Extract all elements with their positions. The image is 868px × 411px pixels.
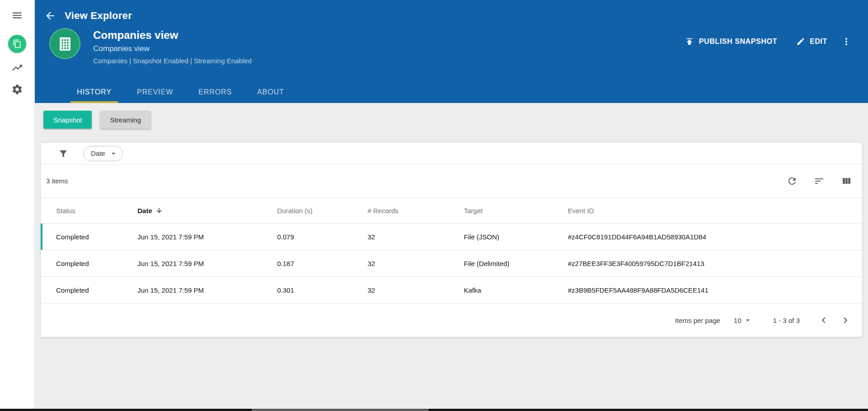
column-header-date-label: Date (137, 207, 152, 215)
cell-status: Completed (56, 260, 137, 267)
header-actions: PUBLISH SNAPSHOT EDIT (684, 36, 852, 47)
filter-funnel-icon[interactable] (58, 149, 68, 159)
cell-event-id: #z3B9B5FDEF5AA488F9A88FDA5D6CEE141 (568, 286, 862, 294)
chevron-right-icon (840, 314, 851, 326)
cell-target: Kafka (464, 286, 568, 294)
columns-button[interactable] (841, 176, 852, 187)
page-header: View Explorer Companies vie (35, 0, 868, 103)
table-header-row: Status Date Duration (s) # Records Targe… (41, 197, 862, 224)
table-row-3[interactable]: Completed Jun 15, 2021 7:59 PM 0.301 32 … (41, 277, 862, 304)
cell-duration: 0.301 (277, 286, 368, 294)
publish-snapshot-label: PUBLISH SNAPSHOT (699, 37, 777, 46)
settings-button[interactable] (11, 84, 23, 95)
sort-button[interactable] (814, 176, 825, 187)
edit-label: EDIT (810, 37, 827, 46)
horizontal-scrollbar-thumb[interactable] (252, 409, 429, 411)
table-row-1[interactable]: Completed Jun 15, 2021 7:59 PM 0.079 32 … (41, 224, 862, 250)
cell-date: Jun 15, 2021 7:59 PM (137, 233, 277, 241)
chevron-left-icon (818, 314, 830, 326)
column-header-date[interactable]: Date (137, 207, 277, 215)
pencil-icon (796, 37, 805, 46)
streaming-toggle-button[interactable]: Streaming (100, 111, 151, 129)
back-arrow-icon (44, 10, 56, 22)
cell-event-id: #z4CF0C8191DD44F6A94B1AD58930A1D84 (568, 233, 862, 241)
chevron-down-icon (109, 149, 118, 158)
column-header-duration[interactable]: Duration (s) (277, 207, 368, 215)
header-top-bar: View Explorer (35, 0, 868, 22)
back-button[interactable] (44, 10, 56, 22)
trending-icon (11, 62, 23, 74)
tab-about[interactable]: ABOUT (256, 88, 285, 103)
avatar (49, 28, 80, 59)
next-page-button[interactable] (840, 314, 851, 326)
publish-snapshot-button[interactable]: PUBLISH SNAPSHOT (684, 37, 777, 47)
table-row-2[interactable]: Completed Jun 15, 2021 7:59 PM 0.187 32 … (41, 250, 862, 277)
tab-history[interactable]: HISTORY (76, 88, 113, 103)
view-meta: Companies | Snapshot Enabled | Streaming… (93, 57, 252, 65)
column-header-status[interactable]: Status (56, 207, 137, 215)
left-sidebar (0, 0, 35, 411)
view-title: Companies view (93, 29, 252, 42)
page-size-select[interactable]: 10 (734, 316, 752, 325)
table-toolbar: 3 items (41, 164, 862, 197)
previous-page-button[interactable] (818, 314, 830, 326)
tab-errors[interactable]: ERRORS (198, 88, 233, 103)
refresh-icon (787, 176, 797, 187)
upload-icon (684, 37, 694, 47)
cell-duration: 0.187 (277, 260, 368, 267)
table-toolbar-icons (787, 176, 852, 187)
date-filter-chip-label: Date (91, 149, 105, 157)
cell-target: File (Delimited) (464, 260, 568, 267)
edit-button[interactable]: EDIT (796, 37, 827, 46)
more-options-button[interactable] (841, 36, 852, 47)
column-header-target[interactable]: Target (464, 207, 568, 215)
content-area: Snapshot Streaming Date 3 items (35, 103, 868, 411)
horizontal-scrollbar-track (0, 409, 868, 411)
date-filter-chip[interactable]: Date (83, 146, 123, 161)
cell-target: File (JSON) (464, 233, 568, 241)
cell-status: Completed (56, 286, 137, 294)
snapshot-toggle-button[interactable]: Snapshot (43, 111, 92, 129)
main-area: View Explorer Companies vie (35, 0, 868, 411)
mode-toggle-row: Snapshot Streaming (43, 111, 868, 129)
header-tabs: HISTORY PREVIEW ERRORS ABOUT (76, 88, 285, 103)
items-count: 3 items (46, 177, 68, 185)
cell-event-id: #z27BEE3FF3E3F40059795DC7D1BF21413 (568, 260, 862, 267)
menu-button[interactable] (11, 9, 23, 21)
cell-records: 32 (368, 233, 464, 241)
tab-preview[interactable]: PREVIEW (136, 88, 174, 103)
collections-button[interactable] (8, 35, 26, 53)
cell-records: 32 (368, 260, 464, 267)
history-card: Date 3 items (41, 143, 862, 337)
filter-bar: Date (41, 143, 862, 164)
items-per-page-label: Items per page (675, 317, 720, 324)
chevron-down-icon (743, 316, 752, 325)
cell-date: Jun 15, 2021 7:59 PM (137, 260, 277, 267)
page-title: View Explorer (65, 10, 132, 22)
view-text-block: Companies view Companies view Companies … (93, 28, 252, 65)
pagination-bar: Items per page 10 1 - 3 of 3 (41, 304, 862, 337)
kebab-icon (841, 36, 852, 47)
page-size-value: 10 (734, 317, 741, 324)
gear-icon (11, 84, 23, 95)
column-header-records[interactable]: # Records (368, 207, 464, 215)
hamburger-icon (11, 9, 23, 21)
cell-date: Jun 15, 2021 7:59 PM (137, 286, 277, 294)
sort-desc-arrow-icon (156, 207, 163, 214)
cell-records: 32 (368, 286, 464, 294)
columns-icon (841, 176, 852, 187)
chart-button[interactable] (11, 62, 23, 74)
refresh-button[interactable] (787, 176, 797, 187)
page-range-label: 1 - 3 of 3 (773, 317, 800, 324)
column-header-event-id[interactable]: Event ID (568, 207, 862, 215)
sort-icon (814, 176, 825, 187)
cell-status: Completed (56, 233, 137, 241)
building-icon (57, 35, 74, 52)
collections-icon (13, 39, 22, 48)
app-root: View Explorer Companies vie (0, 0, 868, 411)
view-subtitle: Companies view (93, 44, 252, 53)
cell-duration: 0.079 (277, 233, 368, 241)
